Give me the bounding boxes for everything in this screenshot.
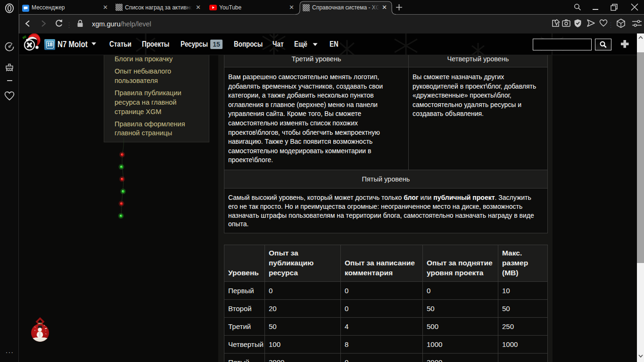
svg-text:BE: BE — [23, 34, 27, 39]
